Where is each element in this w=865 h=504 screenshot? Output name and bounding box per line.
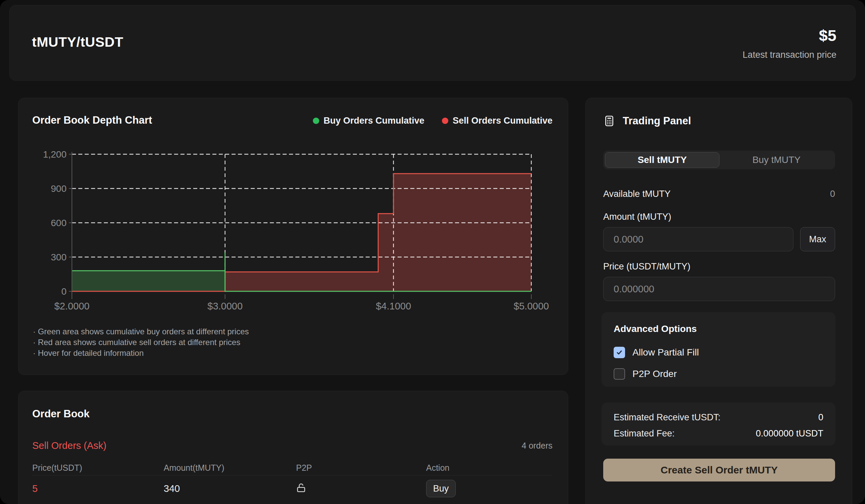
column-header: Price(tUSDT) (32, 463, 164, 473)
order-table-header: Price(tUSDT)Amount(tMUTY)P2PAction (32, 460, 553, 476)
y-tick-label: 600 (51, 218, 67, 228)
x-tick-label: $2.0000 (55, 301, 90, 312)
trading-panel: Trading Panel Sell tMUTYBuy tMUTY Availa… (585, 98, 852, 504)
option-label: P2P Order (633, 368, 677, 379)
tab-buy[interactable]: Buy tMUTY (719, 152, 833, 168)
option-p2p-order[interactable]: P2P Order (614, 367, 677, 381)
available-label: Available tMUTY (603, 189, 671, 199)
amount-label: Amount (tMUTY) (603, 212, 671, 222)
estimates-box: Estimated Receive tUSDT:0Estimated Fee:0… (601, 402, 835, 446)
app-root: tMUTY/tUSDT $5 Latest transaction price … (0, 0, 865, 504)
trading-panel-title: Trading Panel (623, 115, 691, 127)
orders-count: 4 orders (521, 441, 553, 450)
column-header: P2P (296, 463, 426, 473)
table-row: 5340Buy (32, 476, 553, 502)
estimate-label: Estimated Fee: (614, 429, 675, 439)
latest-price-caption: Latest transaction price (743, 50, 837, 60)
price-label: Price (tUSDT/tMUTY) (603, 261, 691, 272)
sell-orders-ask-label: Sell Orders (Ask) (32, 440, 106, 451)
trading-panel-header: Trading Panel (603, 114, 691, 128)
latest-price: $5 (819, 26, 837, 45)
estimate-value: 0 (818, 412, 823, 423)
chart-note: · Hover for detailed information (33, 348, 249, 359)
column-header: Amount(tMUTY) (164, 463, 296, 473)
amount-input[interactable] (603, 227, 793, 251)
side-tabs: Sell tMUTYBuy tMUTY (603, 151, 835, 169)
max-button[interactable]: Max (800, 227, 835, 251)
y-tick-label: 900 (51, 184, 67, 194)
column-header: Action (426, 463, 553, 473)
order-book-title: Order Book (32, 408, 90, 420)
estimate-row: Estimated Fee:0.000000 tUSDT (614, 427, 823, 439)
x-tick-label: $5.0000 (514, 301, 549, 312)
calculator-icon (603, 115, 615, 127)
price-input[interactable] (603, 277, 835, 301)
checkbox-unchecked-icon[interactable] (614, 368, 625, 380)
available-row: Available tMUTY 0 (603, 189, 835, 199)
pair-title: tMUTY/tUSDT (32, 34, 123, 50)
unlock-icon (296, 483, 306, 493)
depth-chart-card: Order Book Depth Chart Buy Orders Cumula… (18, 98, 568, 375)
order-p2p (296, 483, 426, 494)
advanced-options-box: Advanced Options Allow Partial FillP2P O… (601, 312, 835, 387)
sell-orders-subheader: Sell Orders (Ask) 4 orders (32, 440, 553, 451)
y-tick-label: 1,200 (43, 149, 67, 160)
order-price: 5 (32, 483, 164, 494)
tab-sell[interactable]: Sell tMUTY (605, 152, 719, 168)
create-order-button[interactable]: Create Sell Order tMUTY (603, 459, 835, 481)
estimate-label: Estimated Receive tUSDT: (614, 412, 720, 423)
order-amount: 340 (164, 483, 296, 494)
estimate-value: 0.000000 tUSDT (756, 429, 823, 439)
chart-note: · Red area shows cumulative sell orders … (33, 337, 249, 348)
advanced-options-title: Advanced Options (614, 324, 697, 334)
chart-note: · Green area shows cumulative buy orders… (33, 326, 249, 337)
option-label: Allow Partial Fill (633, 347, 699, 358)
x-tick-label: $3.0000 (207, 301, 243, 312)
check-icon (615, 349, 623, 356)
pair-header: tMUTY/tUSDT $5 Latest transaction price (9, 5, 856, 81)
option-allow-partial-fill[interactable]: Allow Partial Fill (614, 346, 699, 359)
available-value: 0 (830, 189, 835, 199)
checkbox-checked-icon[interactable] (614, 347, 625, 358)
x-tick-label: $4.1000 (376, 301, 411, 312)
y-tick-label: 0 (61, 286, 67, 297)
estimate-row: Estimated Receive tUSDT:0 (614, 411, 823, 423)
buy-button[interactable]: Buy (426, 480, 456, 497)
order-book-card: Order Book Sell Orders (Ask) 4 orders Pr… (18, 391, 568, 504)
amount-row: Max (603, 227, 835, 251)
chart-notes: · Green area shows cumulative buy orders… (33, 326, 249, 359)
order-action: Buy (426, 480, 553, 497)
y-tick-label: 300 (51, 252, 67, 262)
